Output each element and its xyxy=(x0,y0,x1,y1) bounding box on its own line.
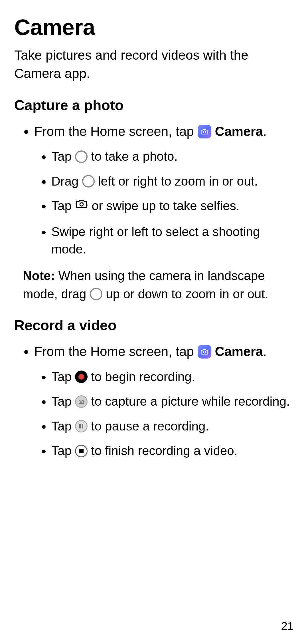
section-capture-photo-heading: Capture a photo xyxy=(14,97,294,114)
text: From the Home screen, tap xyxy=(34,344,198,359)
text: Drag xyxy=(51,174,82,188)
record-video-sublist: Tap to begin recording. Tap to capture a… xyxy=(34,368,294,460)
text: to finish recording a video. xyxy=(91,444,238,458)
capture-photo-list: From the Home screen, tap Camera. Tap to… xyxy=(14,122,294,258)
text: to pause a recording. xyxy=(91,419,209,433)
note-label: Note: xyxy=(23,269,55,283)
text: left or right to zoom in or out. xyxy=(98,174,258,188)
pause-icon xyxy=(75,420,88,432)
section-record-video-heading: Record a video xyxy=(14,317,294,334)
text: Tap xyxy=(51,394,75,408)
text: Swipe right or left to select a shooting… xyxy=(51,225,260,256)
list-item: Drag left or right to zoom in or out. xyxy=(51,172,294,190)
note-text: Note: When using the camera in landscape… xyxy=(23,267,294,303)
list-item: Tap to take a photo. xyxy=(51,148,294,165)
list-item: From the Home screen, tap Camera. Tap to… xyxy=(34,342,294,460)
text: to take a photo. xyxy=(91,149,177,163)
list-item: Tap to pause a recording. xyxy=(51,417,294,435)
list-item: Tap to finish recording a video. xyxy=(51,442,294,460)
capture-while-recording-icon xyxy=(75,395,88,408)
intro-text: Take pictures and record videos with the… xyxy=(14,46,294,83)
shutter-icon xyxy=(82,175,95,188)
text: Tap xyxy=(51,199,75,213)
text: . xyxy=(263,124,267,139)
page-title: Camera xyxy=(14,14,294,40)
svg-point-1 xyxy=(80,203,83,206)
text: up or down to zoom in or out. xyxy=(106,287,268,301)
record-icon xyxy=(75,371,88,383)
list-item: Tap to begin recording. xyxy=(51,368,294,386)
page-content: Camera Take pictures and record videos w… xyxy=(0,0,308,644)
list-item: Swipe right or left to select a shooting… xyxy=(51,223,294,258)
list-item: From the Home screen, tap Camera. Tap to… xyxy=(34,122,294,258)
shutter-icon xyxy=(90,288,102,300)
switch-camera-icon xyxy=(75,197,88,215)
svg-point-3 xyxy=(80,401,82,403)
text: Tap xyxy=(51,149,75,163)
text: . xyxy=(263,344,267,359)
list-item: Tap to capture a picture while recording… xyxy=(51,393,294,410)
text: to begin recording. xyxy=(91,370,195,384)
svg-point-0 xyxy=(203,131,206,133)
page-number: 21 xyxy=(281,620,294,633)
camera-label: Camera xyxy=(215,344,263,359)
camera-app-icon xyxy=(198,125,211,138)
text: Tap xyxy=(51,370,75,384)
list-item: Tap or swipe up to take selfies. xyxy=(51,197,294,216)
camera-label: Camera xyxy=(215,124,263,139)
stop-icon xyxy=(75,445,88,457)
record-video-list: From the Home screen, tap Camera. Tap to… xyxy=(14,342,294,460)
camera-app-icon xyxy=(198,345,211,359)
text: to capture a picture while recording. xyxy=(91,394,290,408)
capture-photo-sublist: Tap to take a photo. Drag left or right … xyxy=(34,148,294,258)
text: Tap xyxy=(51,419,75,433)
svg-point-2 xyxy=(203,351,206,353)
text: or swipe up to take selfies. xyxy=(92,199,239,213)
text: From the Home screen, tap xyxy=(34,124,198,139)
text: Tap xyxy=(51,444,75,458)
shutter-icon xyxy=(75,150,88,163)
